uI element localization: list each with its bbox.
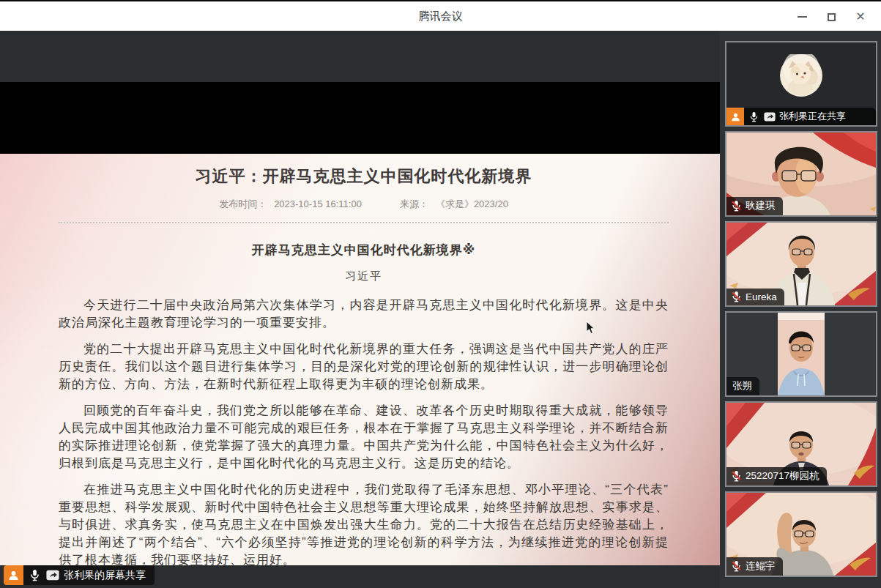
- participant-tile-gengjianqi[interactable]: 耿建琪: [725, 131, 877, 217]
- participant-tile-zhangliguo[interactable]: 张利果正在共享: [725, 41, 877, 127]
- source-label: 来源：: [400, 198, 428, 209]
- maximize-button[interactable]: [817, 1, 846, 32]
- share-badge-label: 张利果的屏幕共享: [64, 569, 146, 582]
- mic-muted-icon: [731, 200, 742, 212]
- screen-share-icon: [764, 112, 776, 122]
- mic-muted-icon: [731, 470, 742, 482]
- mic-on-icon: [749, 111, 759, 122]
- article-paragraph: 回顾党的百年奋斗史，我们党之所以能够在革命、建设、改革各个历史时期取得重大成就，…: [59, 402, 669, 472]
- dotted-divider: [59, 222, 669, 223]
- mic-muted-icon: [731, 560, 742, 572]
- participant-name-tag: 张朔: [726, 377, 759, 395]
- host-icon: [4, 565, 23, 585]
- screen-share-stage: 习近平：开辟马克思主义中国化时代化新境界 发布时间：2023-10-15 16:…: [0, 31, 720, 588]
- participant-name: Eureka: [746, 291, 777, 302]
- close-icon: ✕: [855, 11, 865, 23]
- minimize-button[interactable]: [787, 1, 817, 32]
- participant-name: 25220717柳园杭: [746, 469, 819, 483]
- participant-name: 连鲲宇: [746, 559, 776, 573]
- avatar: [726, 42, 876, 108]
- shared-document-page: 习近平：开辟马克思主义中国化时代化新境界 发布时间：2023-10-15 16:…: [0, 154, 720, 565]
- participant-name-tag: 25220717柳园杭: [726, 467, 827, 485]
- participant-tile-eureka[interactable]: Eureka: [725, 221, 877, 307]
- window-titlebar: 腾讯会议 ✕: [0, 0, 881, 31]
- participant-tile-liankunyu[interactable]: 连鲲宇: [725, 491, 877, 577]
- window-title: 腾讯会议: [419, 10, 463, 23]
- participant-tile-liuyuanhang[interactable]: 25220717柳园杭: [725, 401, 877, 487]
- participant-status-bar: 张利果正在共享: [726, 108, 876, 125]
- close-button[interactable]: ✕: [846, 1, 875, 32]
- publish-time-value: 2023-10-15 16:11:00: [274, 198, 362, 209]
- mic-muted-icon: [731, 291, 742, 302]
- screen-share-icon: [46, 570, 59, 581]
- participants-sidebar: 张利果正在共享: [720, 31, 881, 588]
- cat-avatar-icon: [780, 54, 822, 97]
- mouse-cursor-icon: [586, 321, 595, 335]
- participant-name-tag: 连鲲宇: [726, 557, 783, 576]
- host-icon: [726, 108, 744, 125]
- article-paragraph: 在推进马克思主义中国化时代化的历史进程中，我们党取得了毛泽东思想、邓小平理论、“…: [59, 481, 669, 565]
- participant-name: 耿建琪: [746, 199, 776, 212]
- participant-name: 张朔: [732, 379, 752, 392]
- participant-tile-zhangshuo[interactable]: 张朔: [725, 311, 877, 397]
- shared-screen-letterbox: 习近平：开辟马克思主义中国化时代化新境界 发布时间：2023-10-15 16:…: [0, 82, 720, 532]
- mic-on-icon: [29, 569, 40, 581]
- article-paragraph: 党的二十大提出开辟马克思主义中国化时代化新境界的重大任务，强调这是当代中国共产党…: [59, 340, 669, 393]
- article-paragraph: 今天进行二十届中央政治局第六次集体学习，内容是开辟马克思主义中国化时代化新境界。…: [59, 297, 669, 332]
- document-meta: 发布时间：2023-10-15 16:11:00来源：《求是》2023/20: [59, 198, 669, 211]
- participant-name: 张利果正在共享: [779, 110, 846, 123]
- source-value: 《求是》2023/20: [436, 198, 508, 209]
- tencent-meeting-window: 腾讯会议 ✕ 习近平：开辟马克思主义中国化时代化新境界 发布时间：2023-10…: [0, 0, 881, 588]
- article-title: 开辟马克思主义中国化时代化新境界※: [59, 242, 669, 258]
- screen-share-badge: 张利果的屏幕共享: [4, 565, 155, 585]
- participant-name-tag: Eureka: [726, 289, 784, 305]
- minimize-icon: [798, 16, 807, 18]
- publish-time-label: 发布时间：: [219, 198, 267, 209]
- article-author: 习近平: [59, 269, 669, 283]
- document-title: 习近平：开辟马克思主义中国化时代化新境界: [59, 154, 669, 187]
- window-controls: ✕: [787, 1, 875, 32]
- participant-name-tag: 耿建琪: [726, 197, 783, 215]
- maximize-icon: [828, 13, 836, 21]
